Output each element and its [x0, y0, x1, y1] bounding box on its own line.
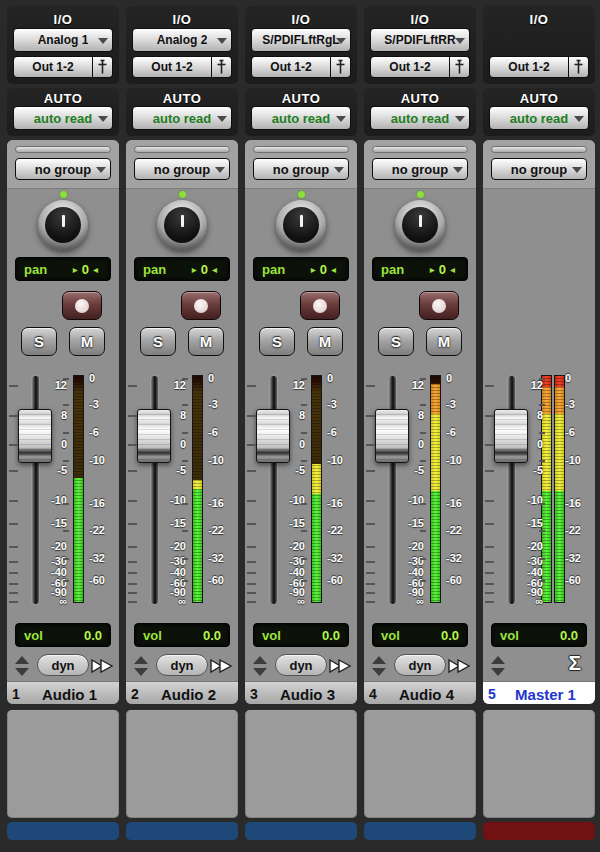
track-name-row[interactable]: 4 Audio 4 — [364, 681, 476, 704]
fader-scale-label: -20 — [160, 540, 186, 552]
pan-knob[interactable] — [38, 191, 88, 251]
solo-button[interactable]: S — [378, 327, 414, 356]
track-color-bar[interactable] — [7, 822, 119, 840]
group-id-indicator[interactable] — [253, 146, 349, 153]
fader-scale-tick — [485, 583, 494, 585]
io-section: I/O S/PDIFLftRR Out 1-2 — [364, 6, 476, 84]
record-enable-button[interactable] — [419, 291, 459, 320]
automation-section-label: AUTO — [483, 88, 595, 106]
track-color-bar[interactable] — [364, 822, 476, 840]
output-window-button[interactable] — [450, 56, 470, 78]
output-selector[interactable]: Out 1-2 — [132, 56, 212, 78]
automation-mode-selector[interactable]: auto read — [251, 106, 351, 130]
group-id-indicator[interactable] — [134, 146, 230, 153]
group-id-indicator[interactable] — [372, 146, 468, 153]
fader-scale-tick — [128, 601, 137, 603]
double-arrow-icon[interactable] — [208, 654, 234, 682]
track-name: Audio 2 — [147, 686, 238, 703]
track-name-row[interactable]: 1 Audio 1 — [7, 681, 119, 704]
meter-scale-label: -32 — [446, 552, 474, 564]
comments-box[interactable] — [7, 710, 119, 818]
volume-display[interactable]: vol 0.0 — [253, 623, 349, 647]
track-height-stepper[interactable] — [372, 655, 386, 677]
output-window-button[interactable] — [569, 56, 589, 78]
record-enable-button[interactable] — [181, 291, 221, 320]
pan-knob[interactable] — [157, 191, 207, 251]
fader-scale-tick — [128, 572, 137, 574]
input-selector[interactable]: Analog 1 — [13, 28, 113, 52]
group-id-indicator[interactable] — [15, 146, 111, 153]
pan-display[interactable]: pan ▸ 0 ◂ — [15, 257, 111, 281]
solo-button[interactable]: S — [259, 327, 295, 356]
track-height-stepper[interactable] — [491, 655, 505, 677]
insert-dyn-button[interactable]: dyn — [37, 654, 89, 676]
comments-box[interactable] — [126, 710, 238, 818]
fader-scale-tick — [247, 500, 256, 502]
track-name-row[interactable]: 2 Audio 2 — [126, 681, 238, 704]
track-name-row[interactable]: 5 Master 1 — [483, 681, 595, 704]
comments-box[interactable] — [483, 710, 595, 818]
output-selector[interactable]: Out 1-2 — [489, 56, 569, 78]
mute-button[interactable]: M — [307, 327, 343, 356]
comments-box[interactable] — [364, 710, 476, 818]
output-window-button[interactable] — [331, 56, 351, 78]
meter-bar — [430, 375, 441, 603]
group-selector[interactable]: no group — [15, 158, 111, 180]
insert-dyn-button[interactable]: dyn — [156, 654, 208, 676]
io-section: I/O Out 1-2 — [483, 6, 595, 84]
record-enable-button[interactable] — [300, 291, 340, 320]
automation-mode-selector[interactable]: auto read — [489, 106, 589, 130]
volume-display[interactable]: vol 0.0 — [15, 623, 111, 647]
track-color-bar[interactable] — [483, 822, 595, 840]
automation-mode-selector[interactable]: auto read — [370, 106, 470, 130]
output-window-button[interactable] — [212, 56, 232, 78]
pan-display[interactable]: pan ▸ 0 ◂ — [372, 257, 468, 281]
track-height-stepper[interactable] — [134, 655, 148, 677]
input-selector[interactable]: Analog 2 — [132, 28, 232, 52]
pan-knob[interactable] — [276, 191, 326, 251]
meter-scale-label: -6 — [446, 426, 474, 438]
volume-display[interactable]: vol 0.0 — [491, 623, 587, 647]
track-height-stepper[interactable] — [15, 655, 29, 677]
pan-right-arrow-icon: ▸ — [430, 264, 435, 275]
track-color-bar[interactable] — [245, 822, 357, 840]
solo-button[interactable]: S — [21, 327, 57, 356]
insert-dyn-button[interactable]: dyn — [394, 654, 446, 676]
automation-mode-selector[interactable]: auto read — [132, 106, 232, 130]
meter-scale-label: -10 — [208, 454, 236, 466]
double-arrow-icon[interactable] — [446, 654, 472, 682]
input-selector[interactable]: S/PDIFLftRgL — [251, 28, 351, 52]
output-selector[interactable]: Out 1-2 — [251, 56, 331, 78]
group-selector[interactable]: no group — [253, 158, 349, 180]
double-arrow-icon[interactable] — [89, 654, 115, 682]
solo-button[interactable]: S — [140, 327, 176, 356]
mute-button[interactable]: M — [69, 327, 105, 356]
pan-display[interactable]: pan ▸ 0 ◂ — [134, 257, 230, 281]
volume-display[interactable]: vol 0.0 — [134, 623, 230, 647]
output-selector[interactable]: Out 1-2 — [13, 56, 93, 78]
group-selector[interactable]: no group — [491, 158, 587, 180]
input-selector[interactable]: S/PDIFLftRR — [370, 28, 470, 52]
output-selector[interactable]: Out 1-2 — [370, 56, 450, 78]
mute-button[interactable]: M — [426, 327, 462, 356]
track-color-bar[interactable] — [126, 822, 238, 840]
group-id-indicator[interactable] — [491, 146, 587, 153]
pan-display[interactable]: pan ▸ 0 ◂ — [253, 257, 349, 281]
record-dot-icon — [313, 299, 327, 313]
track-name-row[interactable]: 3 Audio 3 — [245, 681, 357, 704]
automation-mode-selector[interactable]: auto read — [13, 106, 113, 130]
volume-display[interactable]: vol 0.0 — [372, 623, 468, 647]
track-height-stepper[interactable] — [253, 655, 267, 677]
group-selector[interactable]: no group — [372, 158, 468, 180]
insert-dyn-button[interactable]: dyn — [275, 654, 327, 676]
fader-scale-tick — [247, 601, 256, 603]
comments-box[interactable] — [245, 710, 357, 818]
double-arrow-icon[interactable] — [327, 654, 353, 682]
meter-segment-orange — [431, 384, 440, 415]
pan-knob[interactable] — [395, 191, 445, 251]
group-selector[interactable]: no group — [134, 158, 230, 180]
meter-segment-dim — [193, 376, 202, 480]
record-enable-button[interactable] — [62, 291, 102, 320]
output-window-button[interactable] — [93, 56, 113, 78]
mute-button[interactable]: M — [188, 327, 224, 356]
